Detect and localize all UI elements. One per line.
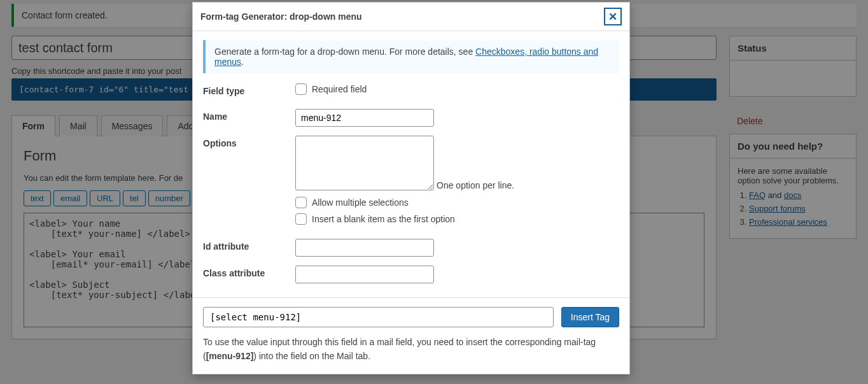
label-fieldtype: Field type [203, 83, 295, 96]
name-input[interactable] [295, 109, 434, 127]
tag-output[interactable] [203, 307, 554, 327]
insert-blank-label: Insert a blank item as the first option [312, 214, 455, 224]
label-classattr: Class attribute [203, 266, 295, 278]
required-checkbox[interactable] [295, 83, 307, 95]
options-textarea[interactable] [295, 136, 434, 190]
idattr-input[interactable] [295, 239, 434, 257]
mailtag-hint: To use the value input through this fiel… [203, 335, 619, 364]
insert-tag-button[interactable]: Insert Tag [561, 307, 619, 327]
allow-multiple-label: Allow multiple selections [312, 197, 409, 208]
insert-blank-checkbox[interactable] [295, 213, 307, 225]
label-name: Name [203, 109, 295, 122]
close-icon: ✕ [608, 10, 617, 24]
options-hint: One option per line. [437, 180, 514, 190]
formtag-modal: Form-tag Generator: drop-down menu ✕ Gen… [192, 2, 630, 374]
modal-close-button[interactable]: ✕ [604, 8, 622, 25]
modal-title: Form-tag Generator: drop-down menu [200, 11, 362, 22]
label-options: Options [203, 136, 295, 148]
modal-info-callout: Generate a form-tag for a drop-down menu… [203, 40, 619, 73]
required-label: Required field [312, 84, 367, 94]
mailtag-code: [menu-912] [206, 351, 254, 361]
label-idattr: Id attribute [203, 239, 295, 252]
allow-multiple-checkbox[interactable] [295, 197, 307, 208]
classattr-input[interactable] [295, 266, 434, 283]
